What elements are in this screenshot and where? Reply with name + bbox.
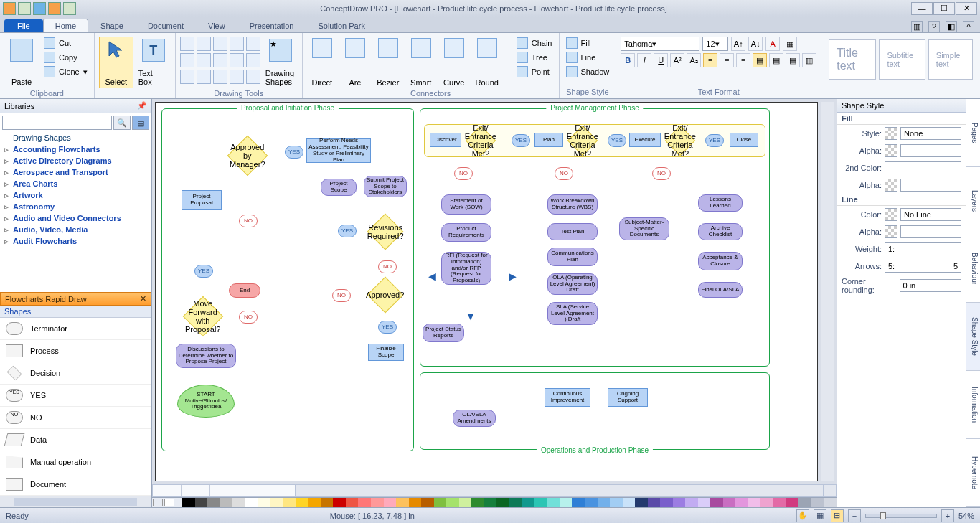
collapse-icon[interactable]: ^ [963,21,974,32]
tab-information[interactable]: Information [966,371,980,439]
finalize-shape[interactable]: Finalize Scope [368,344,404,361]
round-button[interactable]: Round [472,37,502,88]
yes-pill[interactable]: YES [608,134,626,147]
lib-item[interactable]: Active Directory Diagrams [0,155,151,166]
shape-yes[interactable]: YESYES [0,385,151,407]
no-pill[interactable]: NO [239,215,258,227]
auto-color[interactable] [153,499,163,506]
color-swatch[interactable] [598,498,611,507]
yes-pill[interactable]: YES [338,225,357,237]
accept-shape[interactable]: Acceptance & Closure [698,252,743,270]
tab-view[interactable]: View [196,19,237,32]
close-icon[interactable]: ✕ [140,294,146,303]
color-swatch[interactable] [885,208,897,221]
horizontal-scrollbar[interactable] [0,496,151,507]
tool-btn[interactable] [197,53,211,67]
style-select[interactable]: None [900,127,961,140]
color-swatch[interactable] [245,498,258,507]
lib-item[interactable]: Audit Flowcharts [0,235,151,247]
color-swatch[interactable] [798,498,811,507]
color-swatch[interactable] [258,498,270,507]
lib-item[interactable]: Drawing Shapes [0,132,151,143]
text-options-icon[interactable]: ▥ [802,53,816,67]
smart-button[interactable]: Smart [406,37,436,88]
increase-font-icon[interactable]: A↑ [731,37,745,51]
sow-shape[interactable]: Statement of Work (SOW) [441,194,491,215]
yes-pill[interactable]: YES [285,146,303,159]
tool-btn[interactable] [213,70,227,84]
color-swatch[interactable] [496,498,509,507]
shapes-header[interactable]: Shapes [0,306,151,318]
corner-input[interactable]: 0 in [900,279,962,292]
close-button[interactable]: ✕ [956,2,977,15]
tool-btn[interactable] [180,53,194,67]
tab-shape[interactable]: Shape [88,19,136,32]
lib-item[interactable]: Audio and Video Connectors [0,212,151,224]
rapid-draw-section[interactable]: Flowcharts Rapid Draw✕ [0,292,151,306]
color-swatch[interactable] [283,498,296,507]
font-size-select[interactable]: 12 ▾ [702,37,728,51]
color-swatch[interactable] [660,498,673,507]
wbs-shape[interactable]: Work Breakdown Structure (WBS) [547,194,598,215]
color-swatch[interactable] [308,498,321,507]
help-icon[interactable]: ? [928,21,940,32]
tool-btn[interactable] [230,37,244,51]
color-swatch[interactable] [396,498,409,507]
color-swatch[interactable] [723,498,736,507]
tool-btn[interactable] [246,37,260,51]
lib-item[interactable]: Artwork [0,189,151,201]
tool-btn[interactable] [246,53,260,67]
rfi-shape[interactable]: RFI (Request for Information) and/or RFP… [441,252,491,285]
tab-layers[interactable]: Layers [966,167,980,235]
arrows-select[interactable]: 5:5 [885,260,961,273]
no-pill[interactable]: NO [332,289,351,302]
submit-scope-shape[interactable]: Submit Project Scope to Stakeholders [364,176,407,197]
color-swatch[interactable] [371,498,384,507]
snap-icon[interactable]: ▦ [814,509,826,522]
style-swatch[interactable] [885,127,897,140]
shape-terminator[interactable]: Terminator [0,318,151,340]
color-swatch[interactable] [710,498,723,507]
no-pill[interactable]: NO [652,167,671,180]
alpha3-slider[interactable] [900,225,961,238]
qat-btn[interactable] [48,2,61,15]
color-swatch[interactable] [698,498,711,507]
tree-button[interactable]: Tree [514,51,555,64]
point-button[interactable]: Point [514,65,555,78]
tool-btn[interactable] [230,70,244,84]
lib-item[interactable]: Audio, Video, Media [0,224,151,235]
line-button[interactable]: Line [564,51,612,64]
subscript-icon[interactable]: A₂ [687,53,701,67]
color-swatch[interactable] [346,498,359,507]
align-right-icon[interactable]: ≡ [736,53,750,67]
tool-btn[interactable] [246,70,260,84]
color-swatch[interactable] [421,498,434,507]
search-button[interactable]: 🔍 [113,116,131,130]
exit1-shape[interactable]: Exit/ Entrance Criteria Met? [466,126,496,156]
color2-select[interactable] [885,161,961,174]
no-pill[interactable]: NO [555,167,573,180]
tool-btn[interactable] [197,70,211,84]
zoom-slider[interactable] [865,514,937,518]
color-swatch[interactable] [296,498,308,507]
align-center-icon[interactable]: ≡ [720,53,734,67]
horizontal-scrollbar[interactable] [296,484,824,497]
color-swatch[interactable] [585,498,598,507]
prodreq-shape[interactable]: Product Requirements [441,223,491,242]
superscript-icon[interactable]: A² [670,53,684,67]
vertical-scrollbar[interactable] [821,102,834,481]
italic-icon[interactable]: I [637,53,651,67]
tab-shape-style[interactable]: Shape Style [966,303,980,371]
color-swatch[interactable] [195,498,208,507]
paste-button[interactable]: Paste [4,37,39,88]
tab-solution-park[interactable]: Solution Park [306,19,377,32]
file-tab[interactable]: File [4,19,43,32]
chain-button[interactable]: Chain [514,37,555,50]
tool-btn[interactable] [180,37,194,51]
plan-shape[interactable]: Plan [534,133,563,147]
needs-shape[interactable]: Perform Needs Assessment, Feasibility St… [306,138,371,163]
yes-pill[interactable]: YES [194,265,213,278]
ongoing-shape[interactable]: Ongoing Support [608,388,648,407]
alpha3-swatch[interactable] [885,225,897,238]
color-swatch[interactable] [509,498,522,507]
